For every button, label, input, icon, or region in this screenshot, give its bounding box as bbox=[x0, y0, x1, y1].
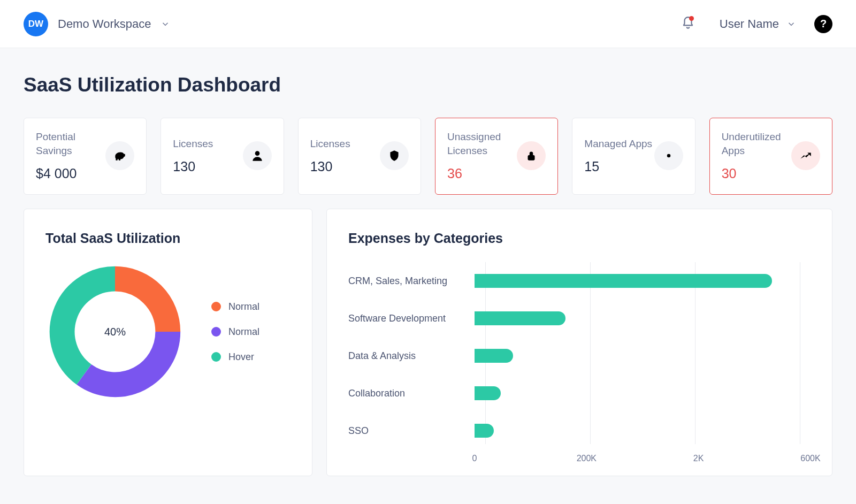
legend-color-dot bbox=[211, 327, 221, 337]
bar-fill bbox=[475, 424, 494, 438]
legend-item: Hover bbox=[211, 352, 259, 363]
bar-track bbox=[475, 311, 811, 325]
bar-category-label: CRM, Sales, Marketing bbox=[348, 276, 475, 287]
page-title: SaaS Utilization Dashboard bbox=[24, 74, 832, 96]
gear-icon bbox=[654, 141, 683, 170]
total-utilization-card: Total SaaS Utilization 40% Normal Normal… bbox=[24, 209, 312, 476]
axis-tick-label: 200K bbox=[577, 454, 597, 463]
kpi-licenses-users[interactable]: Licenses 130 bbox=[160, 118, 284, 195]
legend-item: Normal bbox=[211, 326, 259, 338]
charts-row: Total SaaS Utilization 40% Normal Normal… bbox=[24, 209, 832, 476]
legend-label: Hover bbox=[228, 352, 254, 363]
kpi-underutilized-apps[interactable]: Underutilized Apps 30 bbox=[709, 118, 832, 195]
bar-chart: CRM, Sales, Marketing Software Developme… bbox=[348, 262, 811, 467]
user-menu[interactable]: User Name bbox=[720, 17, 796, 31]
expenses-by-categories-card: Expenses by Categories CRM, Sales, Marke… bbox=[326, 209, 832, 476]
workspace-switcher[interactable]: DW Demo Workspace bbox=[24, 12, 170, 36]
bar-track bbox=[475, 386, 811, 400]
kpi-potential-savings[interactable]: Potential Savings $4 000 bbox=[24, 118, 147, 195]
kpi-licenses-secured[interactable]: Licenses 130 bbox=[298, 118, 421, 195]
bar-x-axis: 0200K2K600K bbox=[475, 454, 811, 467]
bar-category-label: SSO bbox=[348, 425, 475, 437]
legend-color-dot bbox=[211, 352, 221, 362]
legend-color-dot bbox=[211, 302, 221, 311]
page-body: SaaS Utilization Dashboard Potential Sav… bbox=[0, 48, 856, 502]
bar-track bbox=[475, 424, 811, 438]
bar-track bbox=[475, 349, 811, 363]
user-name: User Name bbox=[720, 17, 779, 31]
legend-label: Normal bbox=[228, 326, 259, 338]
help-button[interactable]: ? bbox=[814, 15, 832, 33]
app-header: DW Demo Workspace User Name ? bbox=[0, 0, 856, 48]
donut-legend: Normal Normal Hover bbox=[211, 301, 259, 363]
card-title: Total SaaS Utilization bbox=[45, 231, 291, 246]
bar-category-label: Data & Analysis bbox=[348, 350, 475, 362]
kpi-value: 15 bbox=[584, 159, 652, 174]
kpi-value: 130 bbox=[173, 159, 213, 174]
line-chart-icon bbox=[791, 141, 820, 170]
bar-fill bbox=[475, 349, 513, 363]
bar-fill bbox=[475, 311, 565, 325]
axis-tick-label: 2K bbox=[693, 454, 704, 463]
lock-icon bbox=[517, 141, 546, 170]
chevron-down-icon bbox=[160, 19, 170, 29]
legend-item: Normal bbox=[211, 301, 259, 312]
chevron-down-icon bbox=[786, 19, 796, 29]
kpi-label: Licenses bbox=[310, 137, 350, 151]
workspace-name: Demo Workspace bbox=[58, 17, 151, 31]
kpi-value: $4 000 bbox=[36, 166, 105, 181]
kpi-row: Potential Savings $4 000 Licenses 130 Li… bbox=[24, 118, 832, 195]
notification-dot bbox=[689, 16, 694, 21]
kpi-label: Licenses bbox=[173, 137, 213, 151]
workspace-avatar: DW bbox=[24, 12, 48, 36]
piggy-bank-icon bbox=[105, 141, 134, 170]
kpi-label: Unassigned Licenses bbox=[447, 130, 517, 157]
kpi-managed-apps[interactable]: Managed Apps 15 bbox=[572, 118, 695, 195]
bar-category-label: Software Development bbox=[348, 313, 475, 324]
bar-fill bbox=[475, 274, 772, 288]
card-title: Expenses by Categories bbox=[348, 231, 811, 246]
kpi-label: Underutilized Apps bbox=[722, 130, 791, 157]
legend-label: Normal bbox=[228, 301, 259, 312]
axis-tick-label: 600K bbox=[800, 454, 820, 463]
shield-icon bbox=[380, 141, 409, 170]
notifications-button[interactable] bbox=[681, 16, 695, 32]
donut-center-label: 40% bbox=[45, 262, 185, 401]
kpi-value: 30 bbox=[722, 166, 791, 181]
kpi-value: 130 bbox=[310, 159, 350, 174]
kpi-unassigned-licenses[interactable]: Unassigned Licenses 36 bbox=[435, 118, 558, 195]
donut-chart: 40% bbox=[45, 262, 185, 401]
kpi-label: Managed Apps bbox=[584, 137, 652, 151]
bar-track bbox=[475, 274, 811, 288]
bar-category-label: Collaboration bbox=[348, 388, 475, 399]
bar-fill bbox=[475, 386, 501, 400]
axis-tick-label: 0 bbox=[472, 454, 477, 463]
kpi-value: 36 bbox=[447, 166, 517, 181]
kpi-label: Potential Savings bbox=[36, 130, 105, 157]
user-icon bbox=[243, 141, 272, 170]
